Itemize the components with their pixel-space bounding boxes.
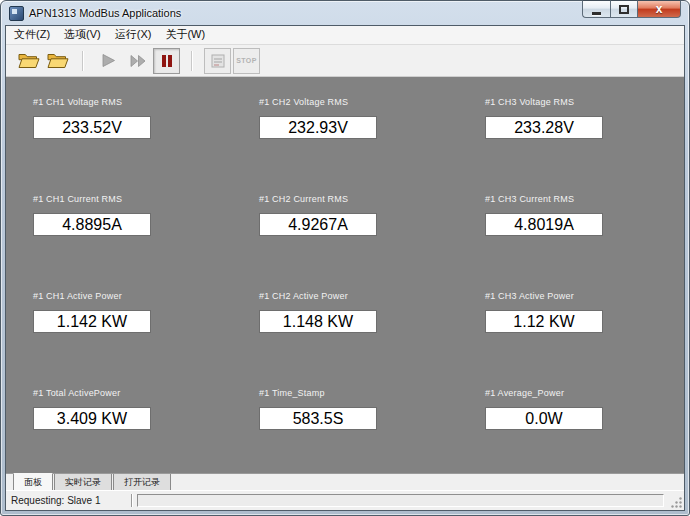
gauge-label: #1 CH2 Voltage RMS	[259, 97, 458, 107]
dashboard-panel: #1 CH1 Voltage RMS 233.52V #1 CH2 Voltag…	[6, 77, 684, 473]
toolbar-separator	[191, 51, 193, 71]
fast-run-button[interactable]	[124, 48, 151, 74]
gauge-ch1-voltage: #1 CH1 Voltage RMS 233.52V	[6, 83, 232, 180]
minimize-button[interactable]	[582, 0, 610, 18]
close-button[interactable]: x	[637, 0, 681, 18]
gauge-label: #1 Average_Power	[485, 388, 684, 398]
gauge-label: #1 CH2 Active Power	[259, 291, 458, 301]
gauge-label: #1 CH2 Current RMS	[259, 194, 458, 204]
window-controls: x	[582, 0, 681, 18]
app-icon	[9, 6, 24, 21]
gauge-ch2-voltage: #1 CH2 Voltage RMS 232.93V	[232, 83, 458, 180]
pause-icon	[160, 54, 174, 68]
maximize-button[interactable]	[610, 0, 637, 18]
stop-icon: STOP	[236, 57, 257, 64]
play-icon	[101, 53, 116, 68]
gauge-value-display: 583.5S	[259, 407, 377, 430]
gauge-value-display: 1.142 KW	[33, 310, 151, 333]
gauge-value-display: 1.148 KW	[259, 310, 377, 333]
gauge-value-display: 4.9267A	[259, 213, 377, 236]
open-file-button[interactable]	[15, 48, 42, 74]
app-window: APN1313 ModBus Applications x 文件(Z) 选项(V…	[0, 0, 690, 516]
titlebar[interactable]: APN1313 ModBus Applications x	[5, 1, 685, 25]
gauge-label: #1 CH1 Voltage RMS	[33, 97, 232, 107]
gauge-ch2-current: #1 CH2 Current RMS 4.9267A	[232, 180, 458, 277]
gauge-ch3-active-power: #1 CH3 Active Power 1.12 KW	[458, 277, 684, 374]
status-divider	[131, 494, 133, 507]
gauge-ch2-active-power: #1 CH2 Active Power 1.148 KW	[232, 277, 458, 374]
stop-button[interactable]: STOP	[233, 48, 260, 74]
gauge-value-display: 233.52V	[33, 116, 151, 139]
gauge-value-display: 1.12 KW	[485, 310, 603, 333]
folder-open-icon	[18, 52, 40, 69]
menu-bar: 文件(Z) 选项(V) 运行(X) 关于(W)	[6, 26, 684, 45]
gauge-value-display: 0.0W	[485, 407, 603, 430]
gauge-ch3-current: #1 CH3 Current RMS 4.8019A	[458, 180, 684, 277]
gauge-value-display: 3.409 KW	[33, 407, 151, 430]
gauge-ch1-active-power: #1 CH1 Active Power 1.142 KW	[6, 277, 232, 374]
minimize-icon	[592, 12, 601, 15]
gauge-value-display: 232.93V	[259, 116, 377, 139]
gauge-label: #1 CH1 Current RMS	[33, 194, 232, 204]
status-message: Requesting: Slave 1	[11, 495, 129, 506]
run-button[interactable]	[95, 48, 122, 74]
gauge-label: #1 Time_Stamp	[259, 388, 458, 398]
record-icon	[210, 53, 226, 69]
record-button[interactable]	[204, 48, 231, 74]
bottom-tab-bar: 面板 实时记录 打开记录	[6, 473, 684, 490]
gauge-label: #1 CH1 Active Power	[33, 291, 232, 301]
gauge-label: #1 CH3 Current RMS	[485, 194, 684, 204]
status-bar: Requesting: Slave 1	[6, 490, 684, 510]
menu-item-run[interactable]: 运行(X)	[108, 25, 159, 45]
gauge-average-power: #1 Average_Power 0.0W	[458, 374, 684, 471]
pause-button[interactable]	[153, 48, 180, 74]
menu-item-file[interactable]: 文件(Z)	[7, 25, 57, 45]
client-area: 文件(Z) 选项(V) 运行(X) 关于(W)	[5, 25, 685, 511]
menu-item-options[interactable]: 选项(V)	[57, 25, 108, 45]
gauge-label: #1 Total ActivePower	[33, 388, 232, 398]
toolbar: STOP	[6, 45, 684, 77]
gauge-label: #1 CH3 Active Power	[485, 291, 684, 301]
gauge-ch3-voltage: #1 CH3 Voltage RMS 233.28V	[458, 83, 684, 180]
toolbar-separator	[82, 51, 84, 71]
gauge-value-display: 4.8895A	[33, 213, 151, 236]
gauge-value-display: 233.28V	[485, 116, 603, 139]
gauge-label: #1 CH3 Voltage RMS	[485, 97, 684, 107]
resize-grip-icon[interactable]	[670, 496, 683, 509]
gauge-ch1-current: #1 CH1 Current RMS 4.8895A	[6, 180, 232, 277]
maximize-icon	[619, 5, 629, 14]
window-title: APN1313 ModBus Applications	[29, 7, 181, 19]
close-icon: x	[656, 3, 663, 15]
gauge-value-display: 4.8019A	[485, 213, 603, 236]
open-record-button[interactable]	[44, 48, 71, 74]
gauge-total-active-power: #1 Total ActivePower 3.409 KW	[6, 374, 232, 471]
status-progress-area	[137, 494, 664, 507]
fast-forward-icon	[130, 54, 146, 68]
menu-item-about[interactable]: 关于(W)	[158, 25, 212, 45]
folder-open-icon	[47, 52, 69, 69]
gauge-time-stamp: #1 Time_Stamp 583.5S	[232, 374, 458, 471]
